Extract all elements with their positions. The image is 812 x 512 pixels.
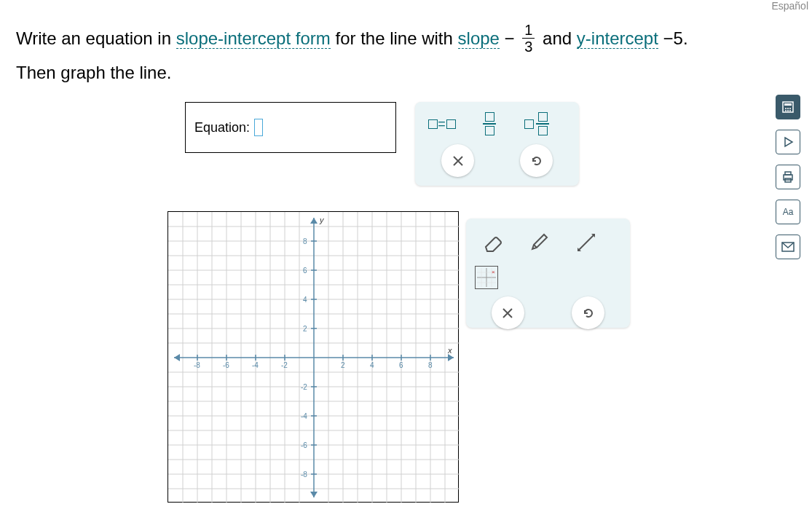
svg-text:-4: -4 xyxy=(301,412,307,420)
video-button[interactable] xyxy=(776,130,800,154)
calculator-button[interactable] xyxy=(776,95,800,119)
eraser-icon xyxy=(480,232,503,253)
eraser-tool[interactable] xyxy=(475,226,508,259)
slope-fraction: 1 3 xyxy=(522,22,535,55)
graph-undo-button[interactable] xyxy=(572,296,604,329)
message-button[interactable] xyxy=(776,235,800,259)
print-button[interactable] xyxy=(776,165,800,189)
language-label[interactable]: Español xyxy=(771,0,808,12)
fraction-numerator: 1 xyxy=(522,22,535,39)
svg-marker-48 xyxy=(448,354,454,361)
coordinate-graph[interactable]: -8 -6 -4 -2 2 4 6 8 8 6 4 2 -2 -4 -6 -8 … xyxy=(167,211,459,503)
print-icon xyxy=(781,170,795,184)
equation-undo-button[interactable] xyxy=(520,144,553,177)
svg-text:8: 8 xyxy=(428,361,433,369)
svg-text:6: 6 xyxy=(399,361,403,369)
pencil-tool[interactable] xyxy=(522,226,555,259)
svg-text:-6: -6 xyxy=(223,361,229,369)
svg-marker-51 xyxy=(310,492,318,497)
svg-text:8: 8 xyxy=(303,237,307,245)
svg-text:-8: -8 xyxy=(301,470,307,478)
close-icon xyxy=(452,154,465,168)
tool-equation-template[interactable]: = xyxy=(424,109,460,138)
svg-text:6: 6 xyxy=(303,267,307,275)
graph-clear-button[interactable] xyxy=(492,296,524,329)
equation-label: Equation: xyxy=(194,120,250,135)
svg-point-89 xyxy=(787,110,789,111)
x-axis-label: x xyxy=(447,346,452,355)
svg-text:-2: -2 xyxy=(281,361,288,369)
question-text: Write an equation in slope-intercept for… xyxy=(16,22,768,90)
right-toolbar: Aa xyxy=(776,95,805,259)
pencil-icon xyxy=(528,232,550,253)
q-line2: Then graph the line. xyxy=(16,63,171,82)
play-icon xyxy=(782,136,794,148)
grid-reset-tool[interactable]: × xyxy=(475,266,498,289)
graph-svg: -8 -6 -4 -2 2 4 6 8 8 6 4 2 -2 -4 -6 -8 … xyxy=(168,212,460,503)
tool-mixed-fraction-template[interactable] xyxy=(519,109,555,138)
svg-point-87 xyxy=(789,108,791,109)
svg-text:4: 4 xyxy=(303,296,307,304)
close-icon xyxy=(501,307,514,320)
svg-point-86 xyxy=(787,108,789,109)
tool-fraction-template[interactable] xyxy=(471,109,508,138)
q-and: and xyxy=(543,28,577,48)
term-slope-intercept[interactable]: slope-intercept form xyxy=(176,28,331,49)
equation-toolbox: = xyxy=(415,102,579,186)
equation-cursor[interactable] xyxy=(254,119,263,136)
svg-text:-6: -6 xyxy=(301,441,307,449)
svg-point-85 xyxy=(785,108,787,109)
equation-input-box[interactable]: Equation: xyxy=(185,102,396,153)
svg-line-0 xyxy=(579,235,594,250)
equation-clear-button[interactable] xyxy=(441,144,474,177)
term-y-intercept[interactable]: y-intercept xyxy=(577,28,658,49)
y-axis-label: y xyxy=(319,216,325,224)
x-tick: -8 xyxy=(194,361,200,369)
envelope-icon xyxy=(781,242,795,252)
line-icon xyxy=(575,232,597,253)
graph-toolbox: × xyxy=(466,218,630,328)
text-icon: Aa xyxy=(783,207,794,217)
q-minus: − xyxy=(505,28,515,48)
q-part2: for the line with xyxy=(335,28,457,48)
svg-rect-84 xyxy=(784,103,792,106)
svg-text:4: 4 xyxy=(370,361,374,369)
undo-icon xyxy=(581,306,596,320)
text-size-button[interactable]: Aa xyxy=(776,200,800,224)
grid-icon: × xyxy=(476,267,497,288)
svg-marker-91 xyxy=(785,138,792,146)
term-slope[interactable]: slope xyxy=(458,28,500,49)
svg-point-90 xyxy=(789,110,791,111)
undo-icon xyxy=(529,154,544,168)
fraction-denominator: 3 xyxy=(522,39,535,55)
svg-marker-50 xyxy=(310,218,318,224)
svg-point-88 xyxy=(785,110,787,111)
svg-text:-2: -2 xyxy=(301,383,307,391)
svg-text:×: × xyxy=(492,269,495,275)
q-suffix: −5. xyxy=(663,28,688,48)
svg-text:2: 2 xyxy=(341,361,345,369)
calculator-icon xyxy=(781,101,795,114)
q-part1: Write an equation in xyxy=(16,28,176,48)
svg-marker-49 xyxy=(174,354,180,361)
svg-text:-4: -4 xyxy=(252,361,259,369)
line-tool[interactable] xyxy=(569,226,602,259)
svg-text:2: 2 xyxy=(303,325,307,333)
svg-rect-93 xyxy=(785,172,791,175)
